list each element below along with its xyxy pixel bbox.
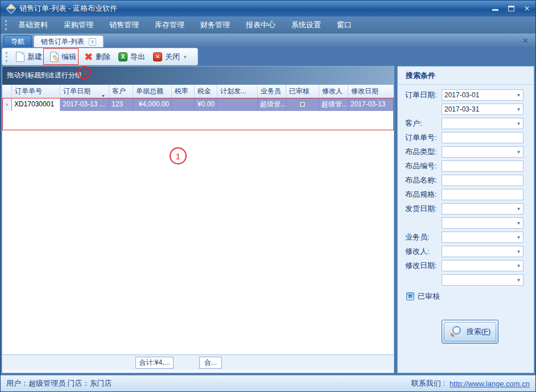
search-row-delivery-date-to: ▼ [405, 217, 534, 229]
chevron-down-icon[interactable]: ▼ [515, 203, 522, 214]
chevron-down-icon[interactable]: ▼ [515, 232, 522, 243]
search-row-modified-date-from: 修改日期: ▼ [405, 260, 534, 271]
search-button[interactable]: 搜索(F) [442, 320, 498, 344]
tabbar-close-icon[interactable]: ✕ [522, 36, 529, 45]
chevron-down-icon[interactable]: ▼ [515, 146, 522, 158]
cell-tax: ¥0.00 [195, 98, 217, 111]
fabric-no-input[interactable] [442, 160, 523, 172]
modified-date-to-input[interactable] [442, 274, 523, 286]
status-bar: 用户：超级管理员 门店：东门店 联系我们 : http://www.lange.… [1, 375, 535, 391]
col-approved[interactable]: 已审核 [286, 85, 319, 98]
search-row-modifier: 修改人: ▼ [405, 246, 534, 257]
chevron-down-icon[interactable]: ▼ [515, 274, 522, 286]
title-bar: 销售订单-列表 - 蓝格布业软件 ✕ [1, 1, 535, 16]
approved-filter-checkbox[interactable] [406, 292, 414, 300]
edit-button[interactable]: ✎ 编辑 [46, 50, 80, 64]
cell-modified-date: 2017-03-13 [348, 98, 394, 111]
search-icon [450, 325, 462, 338]
col-modifier[interactable]: 修改人 [319, 85, 348, 98]
search-row-order-date-to: ▼ [405, 104, 534, 115]
delete-x-icon: ✖ [84, 51, 93, 63]
menu-grip-handle[interactable] [5, 20, 7, 30]
customer-input[interactable] [442, 118, 523, 129]
tab-close-icon[interactable]: x [89, 38, 96, 46]
col-customer[interactable]: 客户 [109, 85, 133, 98]
chevron-down-icon[interactable]: ▼ [515, 89, 522, 101]
cell-customer: 123 [109, 98, 133, 111]
chevron-down-icon[interactable]: ▼ [515, 260, 522, 271]
tab-navigation[interactable]: 导航 [3, 35, 32, 47]
modifier-input[interactable] [442, 246, 523, 257]
chevron-down-icon[interactable]: ▼ [515, 217, 522, 229]
menu-item-inventory[interactable]: 库存管理 [147, 17, 192, 33]
edit-page-icon: ✎ [50, 52, 59, 62]
menu-item-reports[interactable]: 报表中心 [238, 17, 283, 33]
delivery-date-to-input[interactable] [442, 217, 523, 229]
col-order-no[interactable]: 订单单号 [12, 85, 60, 98]
fabric-spec-input[interactable] [442, 189, 523, 200]
fabric-type-input[interactable] [442, 146, 523, 158]
delivery-date-from-input[interactable] [442, 203, 523, 214]
chevron-down-icon[interactable]: ▼ [515, 104, 522, 115]
order-no-input[interactable] [442, 132, 523, 143]
col-indicator [2, 85, 12, 98]
menu-bar: 基础资料 采购管理 销售管理 库存管理 财务管理 报表中心 系统设置 窗口 [1, 16, 535, 34]
search-row-modified-date-to: ▼ [405, 274, 534, 286]
fabric-name-input[interactable] [442, 175, 523, 186]
col-tax[interactable]: 税金 [195, 85, 217, 98]
sort-desc-icon: ▼ [101, 89, 105, 98]
menu-item-window[interactable]: 窗口 [329, 17, 360, 33]
search-row-order-date-from: 订单日期: ▼ [405, 89, 534, 101]
chevron-down-icon[interactable]: ▼ [515, 118, 522, 129]
delete-button[interactable]: ✖ 删除 [80, 49, 114, 65]
search-row-fabric-spec: 布品规格: [405, 189, 534, 200]
menu-item-sales[interactable]: 销售管理 [101, 17, 147, 33]
tab-sales-order-list[interactable]: 销售订单-列表 x [34, 35, 104, 47]
chevron-down-icon[interactable]: ▾ [184, 54, 187, 60]
modified-date-from-input[interactable] [442, 260, 523, 271]
table-row-selected[interactable]: › XD17030001 2017-03-13 ... 123 ¥4,000.0… [2, 98, 394, 111]
export-button[interactable]: X 导出 [114, 50, 149, 64]
approved-filter-label: 已审核 [418, 291, 440, 302]
cell-order-date: 2017-03-13 ... [60, 98, 109, 111]
close-tab-button[interactable]: ✕ 关闭 ▾ [149, 50, 191, 64]
approved-filter-row: 已审核 [406, 291, 534, 302]
col-order-date[interactable]: 订单日期 ▼ [60, 85, 109, 98]
window-title: 销售订单-列表 - 蓝格布业软件 [19, 3, 117, 14]
toolbar-grip-handle[interactable] [6, 52, 7, 62]
order-date-from-input[interactable] [442, 89, 523, 101]
order-date-to-input[interactable] [442, 104, 523, 115]
search-panel: 搜索条件 订单日期: ▼ ▼ 客户: ▼ 订单单号: 布品类型: ▼ [397, 66, 534, 373]
minimize-button[interactable] [492, 9, 498, 11]
search-row-delivery-date-from: 发货日期: ▼ [405, 203, 534, 214]
salesman-input[interactable] [442, 232, 523, 243]
maximize-button[interactable] [508, 6, 514, 11]
new-button[interactable]: 新建 [12, 50, 46, 64]
menu-item-settings[interactable]: 系统设置 [283, 17, 329, 33]
close-window-button[interactable]: ✕ [524, 5, 530, 12]
contact-label: 联系我们 : [411, 378, 445, 389]
col-modified-date[interactable]: 修改日期 [348, 85, 394, 98]
col-planned-delivery[interactable]: 计划发... [217, 85, 258, 98]
menu-item-finance[interactable]: 财务管理 [192, 17, 238, 33]
cell-order-no: XD17030001 [12, 98, 60, 111]
col-tax-rate[interactable]: 税率 [172, 85, 195, 98]
summary-total: 合计:¥4,... [135, 357, 174, 369]
cell-modifier: 超级管... [319, 98, 348, 111]
app-window: 销售订单-列表 - 蓝格布业软件 ✕ 基础资料 采购管理 销售管理 库存管理 财… [0, 0, 536, 392]
close-box-icon: ✕ [153, 52, 162, 61]
menu-item-purchase[interactable]: 采购管理 [56, 17, 101, 33]
app-logo-icon [6, 3, 16, 14]
col-total[interactable]: 单据总额 [133, 85, 172, 98]
search-row-order-no: 订单单号: [405, 132, 534, 143]
chevron-down-icon[interactable]: ▼ [515, 246, 522, 257]
cell-tax-rate [172, 98, 195, 111]
approved-checkbox[interactable] [299, 101, 306, 108]
new-page-icon [16, 52, 24, 62]
col-salesman[interactable]: 业务员 [258, 85, 286, 98]
row-indicator: › [2, 98, 12, 111]
website-link[interactable]: http://www.lange.com.cn [450, 379, 530, 388]
group-by-panel[interactable]: 拖动列标题到这进行分组 [2, 67, 394, 85]
menu-item-base-data[interactable]: 基础资料 [10, 17, 56, 33]
summary-tax: 合... [199, 357, 222, 369]
